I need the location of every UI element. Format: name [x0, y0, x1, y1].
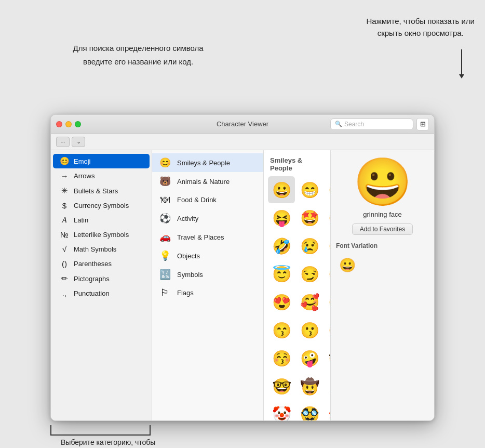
emoji-cell[interactable]: 😢	[296, 232, 323, 259]
emoji-cell[interactable]: 😀	[268, 176, 295, 203]
emoji-grid-panel: Smileys & People 😀😁😄😆😝🤩😅😂🤣😢🤭😊😇😏😒😉😍🥰😘😜😙😗😛…	[264, 150, 330, 420]
emoji-cell[interactable]: 😛	[324, 317, 330, 344]
subcategory-food[interactable]: 🍽 Food & Drink	[152, 191, 263, 209]
emoji-cell[interactable]: 🤣	[268, 232, 295, 259]
emoji-cell[interactable]: 🥰	[296, 288, 323, 315]
sidebar-item-pictographs[interactable]: ✏ Pictographs	[53, 271, 150, 286]
content-area: 😊 Emoji → Arrows ✳ Bullets & Stars $ Cur…	[51, 150, 434, 420]
latin-icon: A	[59, 216, 70, 225]
subcategory-animals[interactable]: 🐻 Animals & Nature	[152, 172, 263, 191]
sidebar-item-arrows[interactable]: → Arrows	[53, 169, 150, 183]
more-button[interactable]: ···	[56, 137, 70, 147]
emoji-cell[interactable]: 😎	[324, 345, 330, 372]
bottom-annotation: Выберите категорию, чтобы просмотреть си…	[50, 425, 435, 448]
annotation-arrow	[461, 49, 462, 75]
parentheses-icon: ()	[59, 259, 70, 268]
sidebar-label-emoji: Emoji	[74, 157, 91, 165]
sidebar-item-currency[interactable]: $ Currency Symbols	[53, 199, 150, 213]
emoji-panel-title: Smileys & People	[268, 154, 326, 176]
emoji-name: grinning face	[363, 210, 401, 218]
emoji-cell[interactable]: 🤓	[268, 373, 295, 400]
arrows-icon: →	[59, 172, 70, 180]
sidebar-label-pictographs: Pictographs	[74, 275, 110, 283]
emoji-cell[interactable]: 😝	[268, 204, 295, 231]
maximize-button[interactable]	[75, 121, 81, 127]
sidebar-item-emoji[interactable]: 😊 Emoji	[53, 154, 150, 168]
food-icon: 🍽	[158, 194, 172, 205]
sidebar-label-letterlike: Letterlike Symbols	[74, 231, 129, 239]
emoji-cell[interactable]: 😅	[324, 204, 330, 231]
emoji-cell[interactable]: 🥳	[324, 373, 330, 400]
emoji-cell[interactable]: 😍	[268, 288, 295, 315]
left-sidebar: 😊 Emoji → Arrows ✳ Bullets & Stars $ Cur…	[51, 150, 152, 420]
window-title: Character Viewer	[217, 120, 268, 128]
bottom-annotation-text: Выберите категорию, чтобы просмотреть си…	[61, 437, 155, 448]
toolbar-bar: ··· ⌄	[51, 134, 434, 150]
subcategory-symbols[interactable]: 🔣 Symbols	[152, 265, 263, 284]
font-variation-grid: 😀	[336, 254, 429, 276]
subcategory-label-objects: Objects	[177, 252, 200, 260]
emoji-cell[interactable]: 🤭	[324, 232, 330, 259]
emoji-cell[interactable]: 😄	[324, 176, 330, 203]
emoji-cell[interactable]: 🤩	[296, 204, 323, 231]
emoji-cell[interactable]: 😇	[268, 260, 295, 287]
emoji-cell[interactable]: 🤠	[296, 373, 323, 400]
sidebar-item-letterlike[interactable]: № Letterlike Symbols	[53, 228, 150, 242]
sidebar-label-bullets: Bullets & Stars	[74, 187, 118, 195]
emoji-cell[interactable]: 😙	[268, 317, 295, 344]
pictographs-icon: ✏	[59, 274, 70, 283]
math-icon: √	[59, 245, 70, 254]
letterlike-icon: №	[59, 230, 70, 239]
emoji-cell[interactable]: 😏	[296, 260, 323, 287]
emoji-cell[interactable]: 😚	[268, 345, 295, 372]
emoji-cell[interactable]: 😁	[296, 176, 323, 203]
grid-view-button[interactable]: ⊞	[416, 118, 429, 130]
emoji-cell[interactable]: 😗	[296, 317, 323, 344]
close-button[interactable]	[56, 121, 62, 127]
annotation-area: Нажмите, чтобы показать или скрыть окно …	[0, 10, 485, 114]
traffic-lights	[56, 121, 81, 127]
font-variation-title: Font Variation	[336, 242, 378, 249]
emoji-cell[interactable]: 🤡	[268, 401, 295, 420]
sidebar-label-latin: Latin	[74, 216, 88, 224]
character-viewer-window: Character Viewer 🔍 Search ⊞ ··· ⌄ 😊 Emoj…	[50, 114, 435, 421]
subcategory-label-smileys: Smileys & People	[177, 159, 230, 167]
subcategory-objects[interactable]: 💡 Objects	[152, 246, 263, 265]
symbols-icon: 🔣	[158, 269, 172, 280]
emoji-icon: 😊	[59, 156, 70, 166]
bottom-bracket	[50, 425, 151, 436]
sidebar-item-latin[interactable]: A Latin	[53, 213, 150, 227]
add-favorites-button[interactable]: Add to Favorites	[352, 223, 413, 235]
sidebar-label-parentheses: Parentheses	[74, 260, 112, 268]
sidebar-label-math: Math Symbols	[74, 245, 116, 253]
subcategory-activity[interactable]: ⚽ Activity	[152, 209, 263, 228]
sidebar-label-arrows: Arrows	[74, 172, 95, 180]
emoji-grid: 😀😁😄😆😝🤩😅😂🤣😢🤭😊😇😏😒😉😍🥰😘😜😙😗😛😋😚🤪😎😏🤓🤠🥳😏🤡🥸🎭😏	[268, 176, 326, 420]
emoji-cell[interactable]: 😒	[324, 260, 330, 287]
bullets-icon: ✳	[59, 186, 70, 195]
subcategory-travel[interactable]: 🚗 Travel & Places	[152, 228, 263, 246]
search-box[interactable]: 🔍 Search	[330, 118, 413, 130]
annotation-top-center: Для поиска определенного символа введите…	[73, 42, 204, 68]
grid-icon: ⊞	[420, 120, 426, 128]
sidebar-item-math[interactable]: √ Math Symbols	[53, 242, 150, 256]
minimize-button[interactable]	[65, 121, 72, 127]
currency-icon: $	[59, 201, 70, 210]
travel-icon: 🚗	[158, 231, 172, 243]
flags-icon: 🏳	[158, 287, 172, 298]
subcategory-panel: 😊 Smileys & People 🐻 Animals & Nature 🍽 …	[152, 150, 264, 420]
subcategory-label-food: Food & Drink	[177, 196, 217, 204]
subcategory-smileys[interactable]: 😊 Smileys & People	[152, 153, 263, 172]
sidebar-item-punctuation[interactable]: ., Punctuation	[53, 286, 150, 300]
subcategory-flags[interactable]: 🏳 Flags	[152, 284, 263, 302]
emoji-preview: 😀	[354, 159, 412, 205]
emoji-cell[interactable]: 🥸	[296, 401, 323, 420]
emoji-cell[interactable]: 😘	[324, 288, 330, 315]
sidebar-item-parentheses[interactable]: () Parentheses	[53, 257, 150, 271]
font-var-emoji[interactable]: 😀	[336, 254, 359, 276]
chevron-button[interactable]: ⌄	[72, 137, 85, 147]
sidebar-item-bullets[interactable]: ✳ Bullets & Stars	[53, 183, 150, 198]
emoji-cell[interactable]: 🎭	[324, 401, 330, 420]
smileys-icon: 😊	[158, 157, 172, 168]
emoji-cell[interactable]: 🤪	[296, 345, 323, 372]
